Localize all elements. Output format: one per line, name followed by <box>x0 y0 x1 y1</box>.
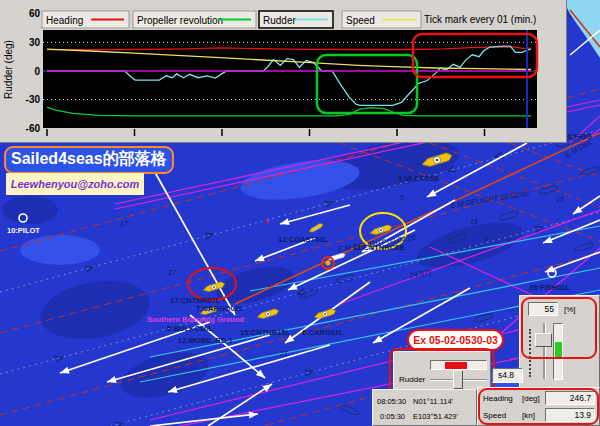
s-value-readout: s4.8 <box>492 368 523 383</box>
light-water-patch <box>20 235 100 265</box>
elapsed-time: 0:05:30 <box>380 412 405 421</box>
longitude: E103°51.429' <box>413 412 458 421</box>
telegraph-panel: 55 [%] <box>519 295 600 394</box>
legend-button-speed[interactable]: Speed <box>342 11 421 28</box>
map-label: 1:VLCC05B <box>398 174 439 183</box>
rudder-angle-gauge <box>430 360 487 370</box>
y-tick-label: 30 <box>29 37 41 48</box>
speed-value: 13.9 <box>545 408 595 422</box>
strip-chart: 60300-30-60HeadingPropeller revolutionRu… <box>0 0 567 143</box>
map-label: 7:CARGO02L <box>196 304 244 313</box>
map-label: × <box>265 217 270 226</box>
map-label: 5:BULKC06L <box>167 324 213 333</box>
legend-button-heading[interactable]: Heading <box>42 11 129 28</box>
rudder-label: Rudder <box>399 375 425 384</box>
depth-sounding: 17 <box>120 220 129 227</box>
map-label: 26:FISH01L <box>529 283 570 292</box>
depth-sounding: 5 <box>400 194 404 201</box>
y-tick-label: 0 <box>34 66 40 77</box>
telegraph-tick-scale <box>529 329 531 377</box>
latitude: N01°11.114' <box>413 397 453 406</box>
blog-watermark: Sailed4seas的部落格 <box>4 146 174 174</box>
map-label: 10:PILOT <box>7 226 40 235</box>
speed-unit: [kn] <box>522 411 535 420</box>
depth-sounding: 17 <box>168 269 177 276</box>
rpm-gauge <box>553 323 563 380</box>
svg-text:Propeller revolution: Propeller revolution <box>137 15 223 26</box>
rudder-angle-indicator <box>445 362 467 369</box>
y-tick-label: -60 <box>26 123 41 134</box>
rudder-slider-handle[interactable] <box>453 370 463 389</box>
depth-sounding: 15 <box>556 196 564 203</box>
y-tick-label: -30 <box>26 94 41 105</box>
nav-readout-panel: Heading [deg] 246.7 Speed [kn] 13.9 <box>477 387 600 426</box>
depth-sounding: 15 <box>470 218 478 225</box>
heading-unit: [deg] <box>522 394 540 403</box>
time-position-panel: 08:05:30 N01°11.114' 0:05:30 E103°51.429… <box>372 389 477 426</box>
svg-text:Heading: Heading <box>46 15 83 26</box>
telegraph-slider-handle[interactable] <box>535 333 552 347</box>
telegraph-slider-track[interactable] <box>543 323 546 379</box>
tick-interval-note: Tick mark every 01 (min.) <box>424 14 536 25</box>
exercise-label: Ex 05-02-0530-03 <box>407 329 504 351</box>
heading-value: 246.7 <box>545 391 595 405</box>
simulator-screen: 1:VLCC05B11:CNTNRC6B12:COAST03L17:CNTNR0… <box>0 0 600 426</box>
map-label: 12:COAST03L <box>278 235 328 244</box>
telegraph-value: 55 <box>528 302 558 316</box>
rpm-gauge-fill <box>555 342 562 357</box>
speed-label: Speed <box>483 411 506 420</box>
svg-text:Rudder: Rudder <box>263 15 296 26</box>
depth-sounding: 6 <box>484 235 488 242</box>
map-label: 15:CNTNR15L <box>240 328 290 337</box>
chart-y-axis-label: Rudder (deg) <box>3 32 14 108</box>
strip-chart-panel: Rudder (deg) 60300-30-60HeadingPropeller… <box>0 0 567 143</box>
map-label: Southern Boarding Ground <box>147 315 244 324</box>
map-label: 6:CARG01L <box>302 328 344 337</box>
plot-area <box>43 30 537 128</box>
y-tick-label: 60 <box>29 8 41 19</box>
email-watermark: Leewhenyou@zoho.com <box>6 173 144 195</box>
legend-button-propeller-revolution[interactable]: Propeller revolution <box>133 11 256 28</box>
clock-time: 08:05:30 <box>377 397 406 406</box>
svg-text:Speed: Speed <box>346 15 375 26</box>
heading-label: Heading <box>483 394 513 403</box>
legend-button-rudder[interactable]: Rudder <box>259 11 333 28</box>
depth-sounding: 21 <box>279 350 288 357</box>
telegraph-unit: [%] <box>564 305 576 314</box>
map-label: 12:MOBIL-RD.1 <box>178 336 233 345</box>
deep-water-patch <box>2 196 58 224</box>
